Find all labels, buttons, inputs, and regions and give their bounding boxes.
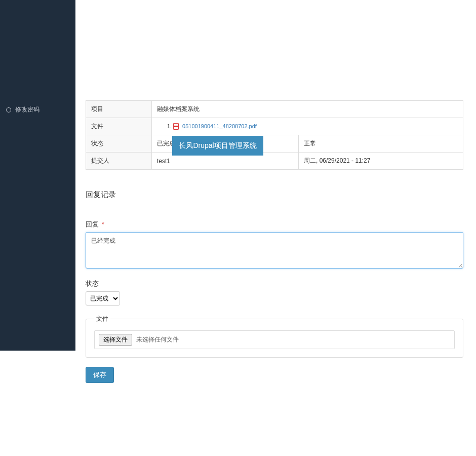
file-legend: 文件 bbox=[94, 315, 110, 323]
table-row: 提交人 test1 周二, 06/29/2021 - 11:27 bbox=[86, 153, 463, 170]
info-file-label: 文件 bbox=[86, 118, 152, 135]
info-project-value: 融媒体档案系统 bbox=[152, 101, 463, 118]
reply-field-group: 回复 * bbox=[86, 220, 463, 270]
table-row: 文件 051001900411_48208702.pdf bbox=[86, 118, 463, 135]
info-status-label: 状态 bbox=[86, 135, 152, 153]
file-item: 051001900411_48208702.pdf bbox=[173, 123, 458, 130]
file-link[interactable]: 051001900411_48208702.pdf bbox=[182, 123, 257, 129]
pdf-icon bbox=[173, 123, 179, 130]
sidebar: 修改密码 bbox=[0, 0, 75, 351]
reply-textarea[interactable] bbox=[86, 232, 463, 269]
reply-label: 回复 * bbox=[86, 220, 104, 229]
info-file-cell: 051001900411_48208702.pdf bbox=[152, 118, 463, 135]
table-row: 项目 融媒体档案系统 bbox=[86, 101, 463, 118]
save-button[interactable]: 保存 bbox=[86, 367, 114, 383]
sidebar-item-change-password[interactable]: 修改密码 bbox=[0, 101, 75, 118]
file-status-text: 未选择任何文件 bbox=[136, 335, 179, 344]
reply-label-text: 回复 bbox=[86, 220, 99, 228]
required-marker: * bbox=[102, 220, 104, 228]
info-submitter-value: test1 bbox=[152, 153, 299, 170]
status-label: 状态 bbox=[86, 279, 99, 288]
sidebar-item-label: 修改密码 bbox=[15, 105, 39, 114]
file-list: 051001900411_48208702.pdf bbox=[157, 123, 458, 130]
info-project-label: 项目 bbox=[86, 101, 152, 118]
status-field-group: 状态 已完成 bbox=[86, 279, 463, 306]
choose-file-button[interactable]: 选择文件 bbox=[99, 334, 132, 346]
reply-history-heading: 回复记录 bbox=[86, 190, 463, 200]
file-input-row: 选择文件 未选择任何文件 bbox=[94, 330, 455, 349]
info-status-value: 已完成 bbox=[152, 135, 299, 153]
info-table: 项目 融媒体档案系统 文件 051001900411_48208702.pdf bbox=[86, 100, 463, 170]
file-fieldset: 文件 选择文件 未选择任何文件 bbox=[86, 315, 463, 358]
table-row: 状态 已完成 正常 bbox=[86, 135, 463, 153]
info-submitter-label: 提交人 bbox=[86, 153, 152, 170]
info-status2-value: 正常 bbox=[299, 135, 463, 153]
main-content: 项目 融媒体档案系统 文件 051001900411_48208702.pdf bbox=[75, 0, 476, 456]
info-submitted-value: 周二, 06/29/2021 - 11:27 bbox=[299, 153, 463, 170]
circle-icon bbox=[6, 107, 11, 112]
status-select[interactable]: 已完成 bbox=[86, 291, 120, 306]
